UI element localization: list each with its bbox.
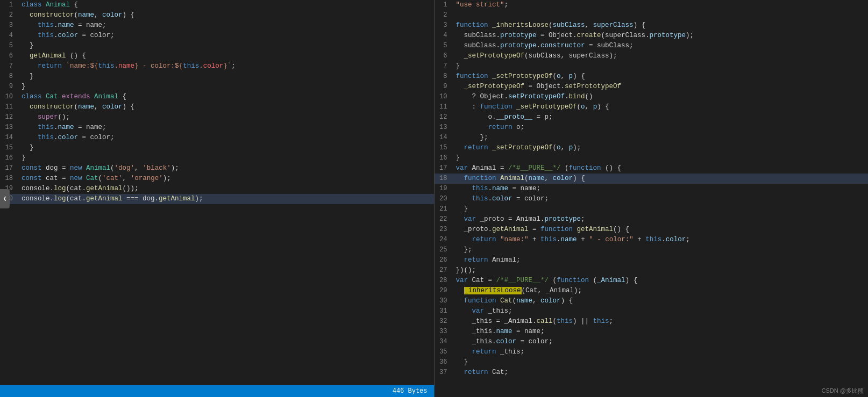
line-content: } (452, 153, 869, 163)
code-line: 3 this.name = name; (0, 20, 434, 31)
code-line: 20 this.color = color; (435, 194, 869, 204)
code-line: 15 } (0, 143, 434, 153)
code-line: 7} (435, 61, 869, 71)
code-line: 26 return Animal; (435, 255, 869, 265)
code-line: 31 var _this; (435, 306, 869, 316)
line-content: this.color = color; (17, 133, 434, 143)
code-line: 16} (435, 153, 869, 163)
code-line: 34 _this.color = color; (435, 337, 869, 347)
watermark-text: CSDN @多比熊 (822, 387, 864, 395)
code-line: 17var Animal = /*#__PURE__*/ (function (… (435, 163, 869, 174)
code-line: 5 } (0, 41, 434, 51)
line-content: console.log(cat.getAnimal()); (17, 184, 434, 194)
line-content: this.name = name; (17, 20, 434, 31)
line-number: 32 (435, 316, 452, 327)
line-content: this.color = color; (17, 31, 434, 41)
line-number: 5 (0, 41, 17, 51)
code-line: 10class Cat extends Animal { (0, 92, 434, 102)
code-line: 22 var _proto = Animal.prototype; (435, 214, 869, 225)
line-content: } (17, 71, 434, 82)
line-content: var _this; (452, 306, 869, 316)
line-number: 6 (0, 51, 17, 61)
line-number: 29 (435, 286, 452, 296)
code-line: 18 function Animal(name, color) { (435, 174, 869, 184)
line-content: var Cat = /*#__PURE__*/ (function (_Anim… (452, 276, 869, 286)
code-line: 10 ? Object.setPrototypeOf.bind() (435, 92, 869, 102)
line-number: 34 (435, 337, 452, 347)
code-line: 12 super(); (0, 112, 434, 122)
line-number: 3 (435, 20, 452, 31)
left-status-bar: 446 Bytes (0, 385, 434, 397)
line-content: return "name:" + this.name + " - color:"… (452, 235, 869, 245)
code-line: 9 _setPrototypeOf = Object.setPrototypeO… (435, 82, 869, 92)
file-size-badge: 446 Bytes (393, 387, 428, 395)
line-number: 13 (0, 122, 17, 133)
line-content: _setPrototypeOf(subClass, superClass); (452, 51, 869, 61)
code-line: 5 subClass.prototype.constructor = subCl… (435, 41, 869, 51)
code-line: 19console.log(cat.getAnimal()); (0, 184, 434, 194)
code-line: 20console.log(cat.getAnimal === dog.getA… (0, 194, 434, 204)
line-number: 4 (0, 31, 17, 41)
line-content: _setPrototypeOf = Object.setPrototypeOf (452, 82, 869, 92)
line-number: 11 (0, 102, 17, 112)
line-content: } (17, 41, 434, 51)
line-number: 15 (435, 143, 452, 153)
line-number: 31 (435, 306, 452, 316)
right-panel: 1"use strict";23function _inheritsLoose(… (435, 0, 869, 397)
line-number: 19 (435, 184, 452, 194)
line-number: 2 (435, 10, 452, 20)
line-number: 7 (435, 61, 452, 71)
line-content: }; (452, 133, 869, 143)
line-number: 28 (435, 276, 452, 286)
line-number: 2 (0, 10, 17, 20)
line-number: 22 (435, 214, 452, 225)
code-line: 25 }; (435, 245, 869, 255)
line-content: function Animal(name, color) { (452, 174, 869, 184)
line-number: 14 (0, 133, 17, 143)
right-code-area[interactable]: 1"use strict";23function _inheritsLoose(… (435, 0, 869, 397)
line-number: 20 (435, 194, 452, 204)
line-number: 27 (435, 265, 452, 276)
line-content: var _proto = Animal.prototype; (452, 214, 869, 225)
code-line: 9} (0, 82, 434, 92)
line-number: 1 (435, 0, 452, 10)
line-content: super(); (17, 112, 434, 122)
line-content: }; (452, 245, 869, 255)
code-line: 1class Animal { (0, 0, 434, 10)
line-number: 11 (435, 102, 452, 112)
code-line: 33 _this.name = name; (435, 327, 869, 337)
code-line: 21 } (435, 204, 869, 214)
line-number: 26 (435, 255, 452, 265)
line-content: function _inheritsLoose(subClass, superC… (452, 20, 869, 31)
code-line: 2 constructor(name, color) { (0, 10, 434, 20)
line-number: 1 (0, 0, 17, 10)
line-content: class Animal { (17, 0, 434, 10)
line-content: _this.name = name; (452, 327, 869, 337)
line-content: _proto.getAnimal = function getAnimal() … (452, 225, 869, 235)
code-line: 24 return "name:" + this.name + " - colo… (435, 235, 869, 245)
code-line: 18const cat = new Cat('cat', 'orange'); (0, 174, 434, 184)
line-content: subClass.prototype.constructor = subClas… (452, 41, 869, 51)
line-content: } (17, 153, 434, 163)
line-number: 18 (435, 174, 452, 184)
code-line: 8function _setPrototypeOf(o, p) { (435, 71, 869, 82)
line-number: 4 (435, 31, 452, 41)
line-content: subClass.prototype = Object.create(super… (452, 31, 869, 41)
line-content: return Cat; (452, 367, 869, 378)
line-number: 30 (435, 296, 452, 306)
line-number: 17 (435, 163, 452, 174)
line-number: 33 (435, 327, 452, 337)
collapse-button[interactable]: ❮ (0, 189, 10, 208)
line-number: 8 (0, 71, 17, 82)
left-code-area[interactable]: 1class Animal {2 constructor(name, color… (0, 0, 434, 385)
line-number: 7 (0, 61, 17, 71)
code-line: 23 _proto.getAnimal = function getAnimal… (435, 225, 869, 235)
line-content: getAnimal () { (17, 51, 434, 61)
line-number: 5 (435, 41, 452, 51)
line-content: } (17, 143, 434, 153)
line-content: this.color = color; (452, 194, 869, 204)
line-content: "use strict"; (452, 0, 869, 10)
line-content: return Animal; (452, 255, 869, 265)
line-content: function _setPrototypeOf(o, p) { (452, 71, 869, 82)
code-line: 8 } (0, 71, 434, 82)
